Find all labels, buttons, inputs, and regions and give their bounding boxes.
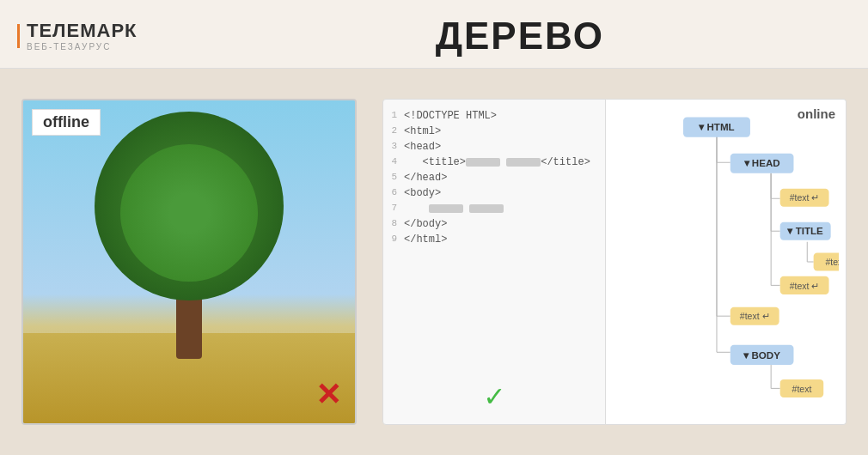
text-node-1: #text ↵ — [790, 192, 820, 203]
code-line-8: 8 </body> — [383, 216, 605, 232]
logo-subtitle: ВЕБ-ТЕЗАУРУС — [27, 42, 138, 52]
page-title: ДЕРЕВО — [189, 15, 851, 58]
code-line-2: 2 <html> — [383, 124, 605, 139]
code-line-6: 6 <body> — [383, 185, 605, 201]
tree-canopy-inner — [120, 144, 258, 282]
head-node: ▾ HEAD — [743, 158, 780, 168]
logo-accent-bar — [17, 24, 20, 48]
online-badge: online — [798, 106, 835, 121]
title-node: ▾ TITLE — [786, 226, 823, 236]
text-title-node: #text — [825, 257, 839, 267]
checkmark: ✓ — [485, 378, 504, 416]
code-panel: 1 <!DOCTYPE HTML> 2 <html> 3 <head> 4 <t… — [382, 99, 606, 425]
text-node-3: #text ↵ — [740, 311, 770, 321]
right-panel: 1 <!DOCTYPE HTML> 2 <html> 3 <head> 4 <t… — [382, 99, 847, 425]
code-line-4: 4 <title> </title> — [383, 155, 605, 170]
code-line-5: 5 </head> — [383, 170, 605, 185]
code-line-7: 7 — [383, 201, 605, 216]
code-line-3: 3 <head> — [383, 139, 605, 155]
cross-mark: ✕ — [315, 377, 341, 413]
content-area: offline ✕ 1 <!DOCTYPE HTML> 2 <html> 3 <… — [0, 69, 868, 455]
logo-area: ТЕЛЕМАРК ВЕБ-ТЕЗАУРУС — [17, 20, 138, 52]
html-node: ▾ HTML — [698, 122, 734, 132]
code-line-9: 9 </html> — [383, 232, 605, 247]
offline-badge: offline — [32, 109, 101, 136]
header: ТЕЛЕМАРК ВЕБ-ТЕЗАУРУС ДЕРЕВО — [0, 0, 868, 69]
text-node-2: #text ↵ — [790, 281, 820, 291]
body-node: ▾ BODY — [743, 350, 780, 361]
logo-text: ТЕЛЕМАРК — [27, 20, 138, 42]
left-image-panel: offline ✕ — [21, 99, 357, 425]
text-body-node: #text — [792, 384, 812, 394]
dom-tree-svg: ▾ HTML ▾ HEAD #text ↵ ▾ TITLE #text #tex… — [613, 108, 839, 416]
logo-row: ТЕЛЕМАРК ВЕБ-ТЕЗАУРУС — [17, 20, 138, 52]
tree-scene — [23, 100, 355, 423]
dom-tree-panel: online — [606, 99, 847, 425]
code-line-1: 1 <!DOCTYPE HTML> — [383, 108, 605, 124]
logo-title: ТЕЛЕМАРК ВЕБ-ТЕЗАУРУС — [27, 20, 138, 52]
